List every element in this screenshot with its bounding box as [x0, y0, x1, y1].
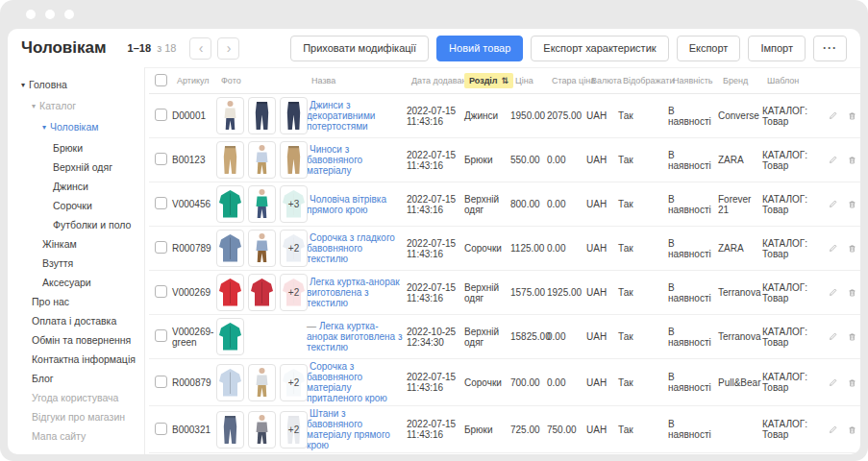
sidebar-item-payment-delivery[interactable]: Оплата і доставка [8, 311, 144, 330]
sidebar-item-shoes[interactable]: Взуття [8, 254, 144, 273]
product-photo[interactable] [248, 141, 276, 179]
export-button[interactable]: Експорт [677, 36, 741, 61]
column-header-template[interactable]: Шаблон [762, 73, 825, 88]
sidebar-item-user-agreement[interactable]: Угода користувача [8, 388, 144, 407]
product-name-link[interactable]: Чоловіча вітрівка прямого крою [307, 194, 386, 215]
delete-icon[interactable] [848, 330, 856, 343]
table-row: V000269-green —Легка куртка-анорак вигот… [149, 315, 860, 359]
column-header-visible[interactable]: Відображати [618, 73, 668, 88]
sidebar-item-shirts[interactable]: Сорочки [8, 196, 144, 215]
sidebar-item-trousers[interactable]: Брюки [8, 138, 144, 158]
product-photo[interactable] [216, 97, 244, 134]
product-photo[interactable] [216, 141, 244, 179]
product-photo[interactable] [216, 274, 244, 311]
column-header-currency[interactable]: Валюта [586, 73, 618, 88]
delete-icon[interactable] [848, 154, 856, 166]
sidebar-item-home[interactable]: ▾Головна [8, 75, 144, 96]
product-photo[interactable] [280, 97, 308, 134]
row-checkbox[interactable] [155, 109, 167, 121]
more-photos-badge[interactable]: +3 [280, 185, 308, 223]
sidebar-item-jeans[interactable]: Джинси [8, 177, 144, 196]
product-name-link[interactable]: Сорочка з бавовняного матеріалу притален… [307, 361, 387, 403]
column-header-brand[interactable]: Бренд [718, 73, 762, 88]
product-photo[interactable] [248, 185, 276, 223]
row-checkbox[interactable] [155, 153, 167, 165]
product-photo[interactable] [216, 318, 244, 355]
sidebar-item-tshirts-polo[interactable]: Футболки и поло [8, 215, 144, 234]
delete-icon[interactable] [848, 286, 856, 299]
column-header-old-price[interactable]: Стара ціна [547, 73, 586, 88]
product-photo[interactable] [248, 411, 276, 449]
product-name-link[interactable]: Штани з бавовняного матеріалу прямого кр… [307, 408, 390, 450]
hide-modifications-button[interactable]: Приховати модифікації [290, 36, 429, 61]
product-photo[interactable] [248, 364, 276, 401]
row-checkbox[interactable] [155, 197, 167, 209]
delete-icon[interactable] [848, 424, 856, 436]
product-photo[interactable] [216, 185, 244, 223]
new-product-button[interactable]: Новий товар [436, 36, 523, 61]
sidebar-item-exchange-return[interactable]: Обмін та повернення [8, 330, 144, 350]
edit-icon[interactable] [829, 109, 837, 122]
edit-icon[interactable] [829, 286, 837, 299]
delete-icon[interactable] [848, 109, 856, 122]
column-header-date-added[interactable]: Дата додавання [407, 73, 464, 88]
next-page-button[interactable]: › [217, 37, 239, 60]
import-button[interactable]: Імпорт [748, 36, 806, 61]
product-name-link[interactable]: Джинси з декоративними потертостями [307, 100, 375, 132]
sidebar-item-about[interactable]: Про нас [8, 292, 144, 311]
sidebar-item-women[interactable]: Жінкам [8, 234, 144, 254]
row-checkbox[interactable] [155, 241, 167, 254]
product-photo[interactable] [248, 274, 276, 311]
export-characteristics-button[interactable]: Експорт характеристик [531, 36, 668, 61]
product-photo[interactable] [280, 141, 308, 179]
edit-icon[interactable] [829, 330, 837, 343]
delete-icon[interactable] [848, 242, 856, 255]
more-button[interactable]: ··· [813, 36, 847, 61]
more-photos-badge[interactable]: +2 [280, 364, 308, 401]
column-header-name[interactable]: Назва [307, 73, 407, 88]
sidebar-item-store-reviews[interactable]: Відгуки про магазин [8, 407, 144, 426]
more-photos-badge[interactable]: +2 [280, 411, 308, 449]
cell-photos: +2 [216, 274, 307, 311]
row-checkbox[interactable] [155, 285, 167, 298]
column-header-price[interactable]: Ціна [510, 73, 547, 88]
sidebar-item-blog[interactable]: Блог [8, 369, 144, 388]
row-checkbox[interactable] [155, 329, 167, 342]
cell-price: 1575.00 [510, 287, 547, 298]
row-checkbox[interactable] [155, 423, 167, 435]
edit-icon[interactable] [829, 198, 837, 210]
edit-icon[interactable] [829, 242, 837, 255]
column-header-photo[interactable]: Фото [216, 73, 307, 88]
more-photos-badge[interactable]: +2 [280, 274, 308, 311]
edit-icon[interactable] [829, 154, 837, 166]
more-photos-badge[interactable]: +2 [280, 230, 308, 267]
product-name-link[interactable]: Легка куртка-анорак виготовлена з тексти… [307, 321, 403, 352]
edit-icon[interactable] [829, 424, 837, 436]
product-photo[interactable] [216, 364, 244, 401]
row-checkbox[interactable] [155, 376, 167, 388]
column-header-sku[interactable]: Артикул [172, 73, 216, 88]
product-name-link[interactable]: Сорочка з гладкого бавовняного текстилю [307, 232, 395, 264]
cell-visible: Так [618, 425, 668, 435]
sidebar-item-sitemap[interactable]: Мапа сайту [8, 426, 144, 446]
sidebar-item-accessories[interactable]: Аксесуари [8, 273, 144, 292]
prev-page-button[interactable]: ‹ [189, 37, 211, 60]
product-name-link[interactable]: Чиноси з бавовняного матеріалу [307, 144, 362, 176]
delete-icon[interactable] [848, 376, 856, 389]
sidebar-item-men[interactable]: ▾Чоловікам [8, 117, 144, 138]
sidebar-item-outerwear[interactable]: Верхній одяг [8, 158, 144, 177]
select-all-checkbox[interactable] [155, 74, 167, 86]
window-dot [64, 10, 74, 19]
product-photo[interactable] [248, 230, 276, 267]
cell-visible: Так [618, 155, 668, 165]
column-header-section[interactable]: Розділ⇅ [464, 73, 510, 88]
product-photo[interactable] [216, 411, 244, 449]
sidebar-item-catalog[interactable]: ▾Каталог [8, 96, 144, 117]
product-name-link[interactable]: Легка куртка-анорак виготовлена з тексти… [307, 277, 400, 308]
delete-icon[interactable] [848, 198, 856, 210]
column-header-availability[interactable]: Наявність [668, 73, 718, 88]
edit-icon[interactable] [829, 376, 837, 389]
product-photo[interactable] [216, 230, 244, 267]
sidebar-item-contact-info[interactable]: Контактна інформація [8, 350, 144, 369]
product-photo[interactable] [248, 97, 276, 134]
